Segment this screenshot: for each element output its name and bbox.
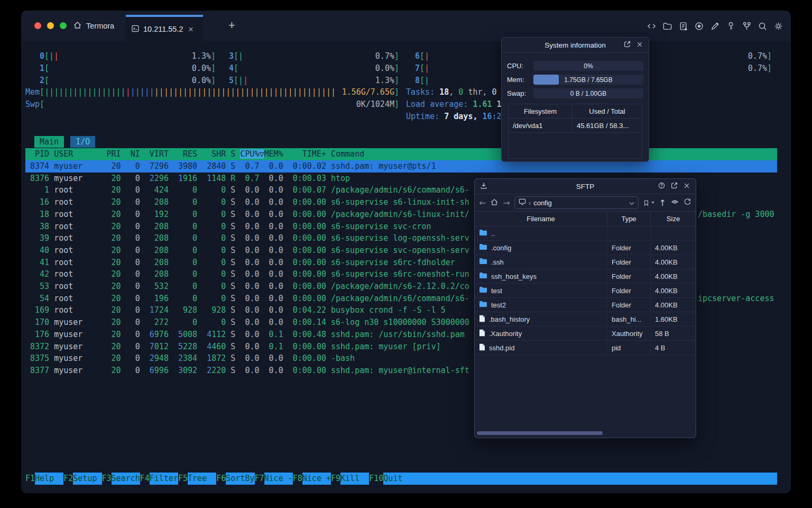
sftp-file-row-.Xauthority[interactable]: .XauthorityXauthority58 B xyxy=(475,326,696,341)
help-icon[interactable] xyxy=(658,182,666,191)
fn-key-F1: F1 xyxy=(25,473,35,485)
fn-button-setup[interactable]: Setup xyxy=(73,473,102,485)
sysinfo-row-mem: Mem:1.75GB / 7.65GB xyxy=(507,75,643,85)
fn-button-filter[interactable]: Filter xyxy=(150,473,178,485)
keychain-icon[interactable] xyxy=(742,21,752,31)
sftp-file-row-.bash_history[interactable]: .bash_historybash_hi...1.60KB xyxy=(475,312,696,326)
sftp-file-row-sshd.pid[interactable]: sshd.pidpid4 B xyxy=(475,341,696,355)
fn-button-search[interactable]: Search xyxy=(112,473,140,485)
fn-button-help[interactable]: Help xyxy=(35,473,63,485)
cpu-meter-3: 3[|0.7%] xyxy=(229,50,399,62)
sftp-file-row-test[interactable]: testFolder4.00KB xyxy=(475,284,696,298)
path-breadcrumb[interactable]: › config xyxy=(514,196,639,209)
cpu-meter-2: 2[0.0%] xyxy=(40,75,216,87)
fn-button-nice-[interactable]: Nice - xyxy=(264,473,293,485)
traffic-lights xyxy=(34,22,67,29)
filesystem-table: Filesystem Used / Total /dev/vda145.61GB… xyxy=(508,104,642,159)
swap-meter: Swp[0K/1024M] xyxy=(25,98,399,111)
close-tab-icon[interactable]: ✕ xyxy=(188,25,194,33)
fn-key-F10: F10 xyxy=(369,473,383,485)
system-information-titlebar[interactable]: System information xyxy=(502,38,649,53)
key-icon[interactable] xyxy=(726,21,736,31)
filesystem-row[interactable]: /dev/vda145.61GB / 58.3... xyxy=(509,119,642,133)
sessions-icon[interactable] xyxy=(678,21,688,31)
sftp-file-row-.config[interactable]: .configFolder4.00KB xyxy=(475,241,696,255)
fn-key-F5: F5 xyxy=(178,473,188,485)
process-row-8374[interactable]: 8374 myuser 20 0 7296 3980 2840 S 0.7 0.… xyxy=(25,160,777,173)
mem-meter: Mem[||||||||||||||||||||||||||||||||||||… xyxy=(25,86,399,98)
titlebar: Termora 10.211.55.2 ✕ + xyxy=(21,11,791,41)
function-key-bar: F1Help F2Setup F3SearchF4FilterF5Tree F6… xyxy=(25,473,777,485)
forward-icon[interactable]: → xyxy=(503,198,510,208)
fn-button-nice-[interactable]: Nice + xyxy=(302,473,331,485)
sftp-table-header[interactable]: Filename Type Size xyxy=(475,212,696,226)
fn-key-F3: F3 xyxy=(102,473,112,485)
terminal-icon xyxy=(131,24,140,34)
filename-column-header[interactable]: Filename xyxy=(475,212,607,226)
htop-tabs: Main I/O xyxy=(34,136,95,148)
back-icon[interactable]: ← xyxy=(479,198,486,208)
tab-session[interactable]: 10.211.55.2 ✕ xyxy=(126,15,203,41)
cpu-meter-1: 1[0.0%] xyxy=(40,62,216,75)
up-directory-icon[interactable]: ↑ xyxy=(659,198,666,208)
bookmark-icon[interactable] xyxy=(643,199,655,207)
settings-icon[interactable] xyxy=(773,21,783,31)
titlebar-actions xyxy=(647,21,783,31)
fn-key-F4: F4 xyxy=(140,473,150,485)
folder-icon xyxy=(479,229,487,238)
folder-icon xyxy=(479,301,487,309)
home-icon[interactable] xyxy=(490,198,499,208)
sftp-titlebar[interactable]: SFTP xyxy=(475,179,696,194)
close-window-button[interactable] xyxy=(34,22,41,29)
sftp-file-row-ssh_host_keys[interactable]: ssh_host_keysFolder4.00KB xyxy=(475,269,696,284)
search-icon[interactable] xyxy=(758,21,768,31)
sftp-toolbar: ← → › config ↑ xyxy=(475,194,696,212)
folder-icon xyxy=(479,258,487,266)
cpu-meter-0: 0[||1.3%] xyxy=(40,50,216,62)
refresh-icon[interactable] xyxy=(684,198,691,207)
sftp-file-row-..[interactable]: .. xyxy=(475,226,696,241)
edit-icon[interactable] xyxy=(710,21,720,31)
sftp-file-row-.ssh[interactable]: .sshFolder4.00KB xyxy=(475,255,696,269)
filesystem-table-header: Filesystem Used / Total xyxy=(509,104,642,119)
horizontal-scrollbar-thumb[interactable] xyxy=(477,431,603,435)
sftp-panel: SFTP ← → › config ↑ Filename Type xyxy=(474,178,696,438)
breadcrumb-separator: › xyxy=(529,199,531,207)
new-tab-button[interactable]: + xyxy=(228,20,235,31)
sftp-file-row-test2[interactable]: test2Folder4.00KB xyxy=(475,298,696,312)
sftp-file-list: ...configFolder4.00KB.sshFolder4.00KBssh… xyxy=(475,226,696,355)
fn-button-sortby[interactable]: SortBy xyxy=(226,473,254,485)
code-icon[interactable] xyxy=(647,21,657,31)
file-icon xyxy=(479,315,485,324)
tasks-line: Tasks: 18, 0 thr, 0 xyxy=(406,86,497,98)
load-average-line: Load average: 1.61 1 xyxy=(406,98,502,111)
chevron-down-icon[interactable] xyxy=(629,199,634,207)
open-in-window-icon[interactable] xyxy=(670,182,678,191)
htop-tab-main[interactable]: Main xyxy=(34,136,64,148)
fn-button-quit[interactable]: Quit xyxy=(383,473,412,485)
close-panel-icon[interactable] xyxy=(683,182,690,191)
record-icon[interactable] xyxy=(694,21,704,31)
fn-button-kill[interactable]: Kill xyxy=(340,473,369,485)
filesystem-column-header: Filesystem xyxy=(509,104,573,118)
sysinfo-row-swap: Swap:0 B / 1.00GB xyxy=(507,88,643,98)
show-hidden-eye-icon[interactable] xyxy=(670,198,679,207)
maximize-window-button[interactable] xyxy=(60,22,67,29)
fn-button-tree[interactable]: Tree xyxy=(188,473,216,485)
tab-home[interactable]: Termora xyxy=(73,11,114,41)
system-information-body: CPU:0%Mem:1.75GB / 7.65GBSwap:0 B / 1.00… xyxy=(502,53,649,159)
fn-key-F9: F9 xyxy=(331,473,340,485)
type-column-header[interactable]: Type xyxy=(607,212,651,226)
close-panel-icon[interactable] xyxy=(636,41,643,50)
folder-icon xyxy=(479,243,487,252)
fn-key-F6: F6 xyxy=(216,473,226,485)
process-table-header[interactable]: PID USER PRI NI VIRT RES SHR S CPU%▽MEM%… xyxy=(25,148,777,160)
htop-tab-io[interactable]: I/O xyxy=(70,136,95,148)
size-column-header[interactable]: Size xyxy=(651,212,696,226)
folder-icon[interactable] xyxy=(662,21,672,31)
open-in-window-icon[interactable] xyxy=(623,40,631,50)
folder-icon xyxy=(479,272,487,280)
folder-icon xyxy=(479,286,487,295)
minimize-window-button[interactable] xyxy=(47,22,54,29)
fn-key-F2: F2 xyxy=(63,473,73,485)
